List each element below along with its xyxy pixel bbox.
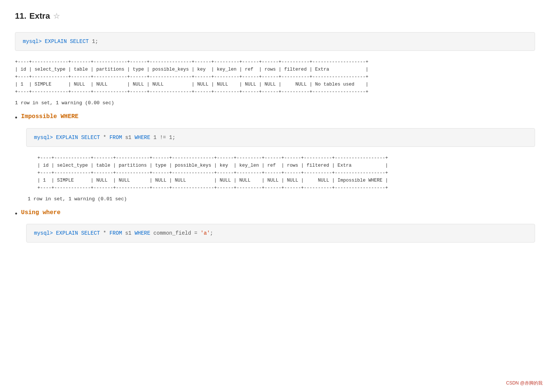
sub-section-using-where: mysql> EXPLAIN SELECT * FROM s1 WHERE co… [26,224,535,243]
row-count-impossible: 1 row in set, 1 warning (0.01 sec) [28,196,535,202]
code-block-main: mysql> EXPLAIN SELECT 1; [15,32,535,51]
sql-using-where: EXPLAIN SELECT * FROM s1 WHERE common_fi… [56,230,213,236]
star-icon: ☆ [53,12,60,21]
sql-table-main: +----+-------------+-------+------------… [15,58,535,96]
section-main: mysql> EXPLAIN SELECT 1; +----+---------… [15,32,535,106]
bullet-label-using-where: Using where [21,209,61,216]
prompt-main: mysql> [23,38,42,44]
bullet-dot-2: • [15,210,17,218]
prompt-impossible: mysql> [34,135,53,141]
title-number: 11. [15,11,27,21]
page-title: 11. Extra ☆ [15,11,535,21]
bullet-dot-1: • [15,114,17,122]
row-count-main: 1 row in set, 1 warning (0.00 sec) [15,100,535,106]
code-block-impossible: mysql> EXPLAIN SELECT * FROM s1 WHERE 1 … [26,128,535,147]
bullet-impossible-where: • Impossible WHERE [15,113,535,122]
prompt-using-where: mysql> [34,230,53,236]
sql-table-impossible: +----+-------------+-------+------------… [26,154,535,192]
code-block-using-where: mysql> EXPLAIN SELECT * FROM s1 WHERE co… [26,224,535,243]
title-text: Extra [30,11,50,21]
sql-impossible: EXPLAIN SELECT * FROM s1 WHERE 1 != 1; [56,135,175,141]
sub-section-impossible-where: mysql> EXPLAIN SELECT * FROM s1 WHERE 1 … [26,128,535,202]
kw-explain-1: EXPLAIN SELECT 1; [45,38,98,44]
bullet-label-impossible-where: Impossible WHERE [21,113,79,120]
bullet-using-where: • Using where [15,209,535,218]
